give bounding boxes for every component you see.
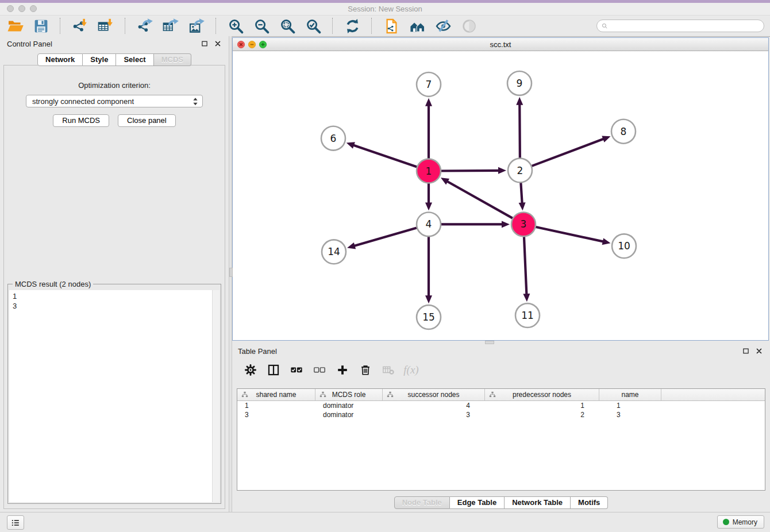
tab-mcds[interactable]: MCDS (154, 53, 191, 66)
graph-edge-2-8[interactable] (529, 136, 611, 167)
cell-successor-nodes[interactable]: 4 (383, 402, 485, 410)
window-close-button[interactable] (7, 5, 14, 12)
window-zoom-button[interactable] (30, 5, 37, 12)
cell-name[interactable]: 3 (599, 411, 661, 419)
export-table-icon[interactable] (161, 17, 180, 34)
frame-minimize-icon[interactable] (248, 40, 256, 49)
result-scrollbar[interactable] (212, 290, 220, 502)
open-file-icon[interactable] (6, 17, 24, 34)
cell-name[interactable]: 1 (599, 402, 661, 410)
search-input[interactable] (611, 21, 760, 30)
close-panel-button[interactable]: Close panel (118, 114, 176, 127)
cell-predecessor-nodes[interactable]: 1 (485, 402, 599, 410)
svg-text:15: 15 (422, 311, 435, 323)
close-panel-icon[interactable] (214, 40, 222, 48)
zoom-selected-icon[interactable] (304, 17, 322, 34)
graph-edge-4-15[interactable] (425, 234, 432, 303)
export-image-icon[interactable] (187, 17, 206, 34)
graph-node-7[interactable]: 7 (417, 72, 441, 97)
float-panel-icon[interactable] (742, 347, 750, 355)
first-neighbors-icon[interactable] (408, 17, 426, 34)
tab-select[interactable]: Select (116, 53, 153, 66)
task-history-button[interactable] (7, 515, 24, 530)
search-box[interactable] (596, 20, 764, 32)
graph-node-14[interactable]: 14 (322, 240, 346, 264)
cell-MCDS-role[interactable]: dominator (315, 402, 383, 410)
table-row-1[interactable]: 1dominator411 (237, 401, 765, 410)
frame-close-icon[interactable] (237, 40, 245, 49)
unselect-all-columns-icon[interactable] (313, 364, 326, 377)
settings-gear-icon[interactable] (244, 364, 257, 377)
column-header-name[interactable]: name (599, 389, 661, 400)
column-header-successor-nodes[interactable]: successor nodes (383, 389, 485, 400)
mcds-result-text[interactable]: 1 3 (9, 290, 213, 502)
graph-node-10[interactable]: 10 (612, 234, 636, 258)
app-titlebar: Session: New Session (0, 3, 770, 16)
graph-node-9[interactable]: 9 (507, 71, 532, 95)
cell-shared-name[interactable]: 3 (237, 411, 315, 419)
table-header-row: shared nameMCDS rolesuccessor nodesprede… (237, 389, 765, 401)
frame-maximize-icon[interactable] (259, 40, 267, 49)
graph-edge-3-1[interactable] (441, 178, 515, 219)
graph-node-11[interactable]: 11 (515, 303, 540, 327)
save-session-icon[interactable] (32, 17, 50, 34)
table-row-2[interactable]: 3dominator323 (237, 410, 765, 419)
close-panel-icon[interactable] (755, 347, 763, 355)
table-body: 1dominator4113dominator323 (237, 401, 765, 419)
export-network-icon[interactable] (136, 17, 154, 34)
graph-node-3[interactable]: 3 (511, 212, 536, 236)
cell-shared-name[interactable]: 1 (237, 402, 315, 410)
graph-node-1[interactable]: 1 (417, 159, 441, 183)
column-header-predecessor-nodes[interactable]: predecessor nodes (485, 389, 599, 400)
zoom-in-icon[interactable] (226, 17, 245, 34)
graph-node-15[interactable]: 15 (417, 305, 441, 329)
cell-successor-nodes[interactable]: 3 (383, 411, 485, 419)
table-panel: Table Panel f(x) shared nameMCDS rolesuc… (232, 344, 770, 512)
graph-node-4[interactable]: 4 (417, 212, 441, 236)
split-panel-icon[interactable] (267, 364, 280, 377)
import-network-icon[interactable] (71, 17, 89, 34)
tab-style[interactable]: Style (83, 53, 116, 66)
clone-network-icon[interactable] (382, 17, 401, 34)
graph-edge-2-9[interactable] (516, 97, 523, 161)
tab-network[interactable]: Network (37, 53, 83, 66)
network-graph[interactable]: 7968124314101511 (233, 51, 768, 340)
graph-edge-1-2[interactable] (438, 167, 506, 174)
window-minimize-button[interactable] (18, 5, 25, 12)
memory-button[interactable]: Memory (717, 515, 764, 529)
svg-text:1: 1 (426, 165, 432, 177)
apply-layout-icon[interactable] (343, 17, 361, 34)
graph-edge-2-3[interactable] (519, 180, 526, 211)
column-header-shared-name[interactable]: shared name (237, 389, 315, 400)
delete-column-icon[interactable] (359, 364, 372, 377)
table-tab-motifs[interactable]: Motifs (571, 496, 608, 509)
graph-edge-3-11[interactable] (523, 234, 530, 302)
graph-edge-1-7[interactable] (425, 98, 432, 161)
optimization-criterion-select[interactable]: strongly connected component (26, 95, 203, 107)
table-tab-network-table[interactable]: Network Table (505, 496, 571, 509)
table-tab-edge-table[interactable]: Edge Table (450, 496, 505, 509)
graph-node-2[interactable]: 2 (508, 159, 532, 183)
cell-predecessor-nodes[interactable]: 2 (485, 411, 599, 419)
svg-text:14: 14 (328, 246, 340, 257)
import-table-icon[interactable] (97, 17, 115, 34)
zoom-fit-icon[interactable] (278, 17, 297, 34)
graph-node-8[interactable]: 8 (611, 119, 636, 144)
graph-edge-1-6[interactable] (346, 142, 419, 168)
graph-node-6[interactable]: 6 (321, 126, 345, 151)
graph-edge-4-3[interactable] (438, 221, 510, 228)
graph-edge-1-4[interactable] (425, 181, 432, 211)
graph-edge-4-14[interactable] (347, 227, 419, 249)
zoom-out-icon[interactable] (252, 17, 271, 34)
table-tab-node-table[interactable]: Node Table (394, 496, 450, 509)
column-header-MCDS-role[interactable]: MCDS role (315, 389, 383, 400)
select-all-columns-icon[interactable] (290, 364, 303, 377)
graph-edge-3-10[interactable] (533, 226, 611, 245)
run-mcds-button[interactable]: Run MCDS (53, 114, 109, 127)
hide-selected-icon[interactable] (434, 17, 452, 34)
cell-MCDS-role[interactable]: dominator (315, 411, 383, 419)
network-canvas[interactable]: 7968124314101511 (233, 51, 768, 340)
control-panel-tabs: NetworkStyleSelectMCDS (0, 53, 229, 66)
add-column-icon[interactable] (336, 364, 349, 377)
float-panel-icon[interactable] (201, 40, 209, 48)
